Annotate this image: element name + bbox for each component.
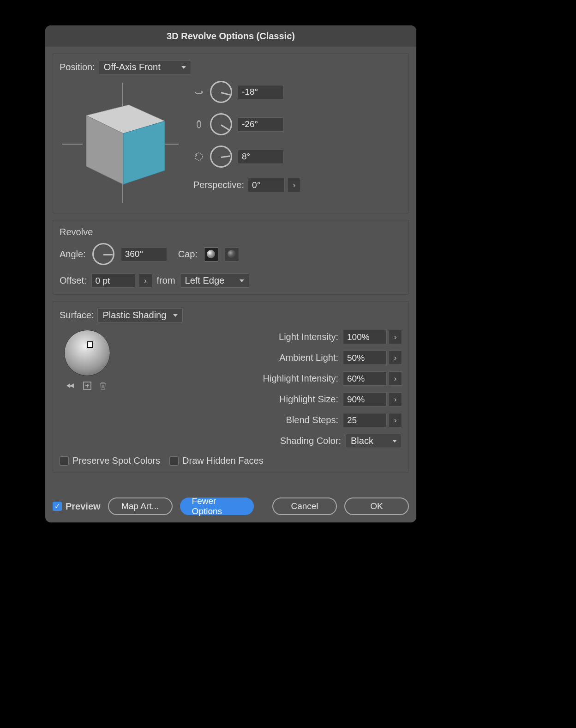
rotate-z-icon bbox=[193, 151, 204, 162]
angle-label: Angle: bbox=[60, 249, 86, 260]
cap-on-button[interactable] bbox=[204, 247, 218, 261]
dialog-title: 3D Revolve Options (Classic) bbox=[45, 25, 416, 47]
move-light-back-icon[interactable] bbox=[66, 381, 77, 391]
light-intensity-label: Light Intensity: bbox=[279, 332, 338, 342]
highlight-intensity-stepper[interactable]: › bbox=[389, 371, 402, 386]
surface-label: Surface: bbox=[60, 310, 94, 321]
draw-hidden-label: Draw Hidden Faces bbox=[182, 455, 264, 466]
rotate-y-icon bbox=[193, 119, 204, 130]
surface-select[interactable]: Plastic Shading bbox=[97, 308, 183, 322]
preview-label: Preview bbox=[66, 501, 101, 512]
offset-from-select[interactable]: Left Edge bbox=[180, 273, 249, 288]
surface-panel: Surface: Plastic Shading bbox=[53, 301, 409, 473]
rotate-x-dial[interactable] bbox=[210, 81, 232, 103]
rotate-z-dial[interactable] bbox=[210, 146, 232, 168]
preview-checkbox[interactable]: ✓ bbox=[53, 502, 62, 511]
rotate-y-dial[interactable] bbox=[210, 113, 232, 135]
rotate-z-input[interactable]: 8° bbox=[238, 150, 284, 164]
cap-off-button[interactable] bbox=[225, 247, 239, 261]
preserve-spot-checkbox[interactable] bbox=[60, 456, 69, 466]
perspective-label: Perspective: bbox=[193, 180, 244, 190]
highlight-intensity-input[interactable]: 60% bbox=[343, 371, 387, 386]
rotate-y-input[interactable]: -26° bbox=[238, 117, 284, 132]
map-art-button[interactable]: Map Art... bbox=[108, 497, 173, 515]
fewer-options-button[interactable]: Fewer Options bbox=[180, 497, 254, 515]
cap-label: Cap: bbox=[178, 249, 198, 260]
position-panel: Position: Off-Axis Front bbox=[53, 53, 409, 213]
light-sphere[interactable] bbox=[64, 330, 110, 376]
angle-input[interactable]: 360° bbox=[121, 247, 167, 261]
highlight-size-stepper[interactable]: › bbox=[389, 392, 402, 406]
blend-steps-stepper[interactable]: › bbox=[389, 413, 402, 427]
offset-label: Offset: bbox=[60, 275, 87, 286]
blend-steps-input[interactable]: 25 bbox=[343, 413, 387, 427]
angle-dial[interactable] bbox=[92, 243, 114, 265]
position-select[interactable]: Off-Axis Front bbox=[99, 60, 191, 74]
perspective-stepper[interactable]: › bbox=[288, 178, 301, 192]
ambient-light-label: Ambient Light: bbox=[279, 352, 338, 363]
cancel-button[interactable]: Cancel bbox=[272, 497, 337, 515]
ok-button[interactable]: OK bbox=[344, 497, 409, 515]
revolve-panel: Revolve Angle: 360° Cap: Offset: 0 pt › … bbox=[53, 220, 409, 295]
ambient-light-input[interactable]: 50% bbox=[343, 351, 387, 365]
position-select-value: Off-Axis Front bbox=[104, 62, 161, 73]
shading-color-select[interactable]: Black bbox=[346, 434, 402, 448]
draw-hidden-checkbox[interactable] bbox=[169, 456, 179, 466]
rotate-x-icon bbox=[193, 86, 204, 97]
perspective-input[interactable]: 0° bbox=[248, 178, 285, 192]
light-handle[interactable] bbox=[87, 341, 93, 348]
new-light-icon[interactable] bbox=[82, 381, 92, 391]
dialog-3d-revolve: 3D Revolve Options (Classic) Position: O… bbox=[45, 25, 416, 522]
offset-from-value: Left Edge bbox=[185, 275, 225, 286]
offset-stepper[interactable]: › bbox=[139, 273, 152, 288]
shading-color-label: Shading Color: bbox=[280, 436, 341, 446]
position-label: Position: bbox=[60, 62, 95, 73]
offset-input[interactable]: 0 pt bbox=[91, 273, 135, 288]
track-cube[interactable] bbox=[60, 77, 180, 206]
surface-select-value: Plastic Shading bbox=[102, 310, 166, 321]
highlight-size-label: Highlight Size: bbox=[279, 394, 338, 405]
highlight-size-input[interactable]: 90% bbox=[343, 392, 387, 406]
light-intensity-input[interactable]: 100% bbox=[343, 330, 387, 344]
from-label: from bbox=[157, 275, 175, 286]
rotate-x-input[interactable]: -18° bbox=[238, 85, 284, 99]
ambient-light-stepper[interactable]: › bbox=[389, 351, 402, 365]
revolve-title: Revolve bbox=[60, 227, 402, 237]
light-intensity-stepper[interactable]: › bbox=[389, 330, 402, 344]
delete-light-icon[interactable] bbox=[98, 381, 108, 391]
shading-color-value: Black bbox=[351, 436, 373, 446]
preserve-spot-label: Preserve Spot Colors bbox=[72, 455, 160, 466]
highlight-intensity-label: Highlight Intensity: bbox=[263, 373, 338, 384]
blend-steps-label: Blend Steps: bbox=[286, 415, 338, 425]
